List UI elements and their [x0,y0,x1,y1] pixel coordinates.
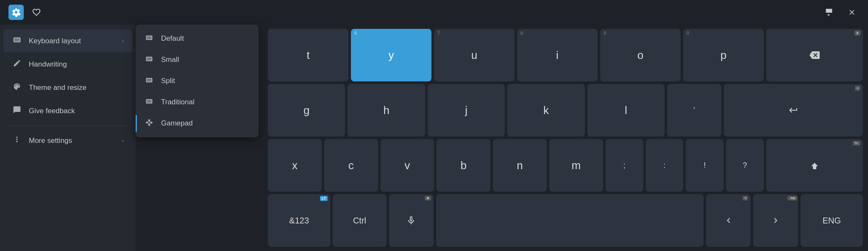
key-i-label: i [556,49,559,62]
keyboard-area: t 6 y 7 u 8 i 9 o 0 p X [263,25,868,251]
sidebar-divider [8,126,127,126]
more-settings-icon [12,135,22,146]
key-enter[interactable]: ≡ [724,84,863,137]
sidebar-item-more-settings-label: More settings [29,137,72,145]
keyboard-layout-arrow: › [122,38,124,44]
settings-button[interactable] [8,5,24,20]
key-o[interactable]: 9 o [600,29,681,81]
sidebar-item-handwriting-label: Handwriting [29,60,67,69]
key-mic[interactable]: ⊕ [389,194,434,247]
key-num-symbols[interactable]: LT &123 [268,194,330,247]
submenu-item-small[interactable]: Small [136,49,259,70]
top-bar [0,0,868,25]
key-ctrl-label: Ctrl [353,216,366,226]
key-l[interactable]: l [587,84,665,137]
key-m[interactable]: m [549,139,603,192]
key-k[interactable]: k [507,84,584,137]
key-k-label: k [543,104,549,117]
key-o-num: 9 [604,31,606,36]
key-m-label: m [572,159,581,172]
minimize-keyboard-button[interactable] [821,5,837,20]
key-row-2: g h j k l ' ≡ [268,84,863,137]
submenu-item-small-label: Small [161,56,179,64]
key-x-label: x [292,159,298,172]
key-y-label: y [389,49,394,62]
split-layout-icon [144,76,154,86]
key-p-label: p [721,49,726,62]
key-v-label: v [404,159,410,172]
shift-badge: TL [853,141,860,145]
key-p[interactable]: 0 p [683,29,764,81]
key-question[interactable]: ? [726,139,764,192]
sidebar-item-keyboard-layout-label: Keyboard layout [29,37,81,45]
key-l-label: l [625,104,627,117]
key-comma[interactable]: ' [667,84,721,137]
key-ctrl[interactable]: Ctrl [333,194,386,247]
key-x[interactable]: x [268,139,322,192]
key-colon[interactable]: : [646,139,684,192]
key-n-label: n [517,159,523,172]
key-shift[interactable]: TL [766,139,863,192]
key-g[interactable]: g [268,84,345,137]
key-y[interactable]: 6 y [351,29,431,81]
key-t[interactable]: t [268,29,348,81]
key-exclaim[interactable]: ! [686,139,723,192]
key-u-label: u [471,49,477,62]
submenu: Default Small Split Traditional Gamepad [136,25,259,137]
submenu-item-traditional[interactable]: Traditional [136,92,259,113]
key-right-arrow[interactable]: LB RB [753,194,798,247]
submenu-item-gamepad[interactable]: Gamepad [136,113,259,134]
submenu-item-gamepad-label: Gamepad [161,119,193,128]
sidebar-item-more-settings[interactable]: More settings › [3,129,132,152]
key-b[interactable]: b [437,139,490,192]
give-feedback-icon [12,106,22,116]
key-c[interactable]: c [324,139,378,192]
key-num-label: &123 [289,216,309,226]
key-o-label: o [637,49,643,62]
key-backspace[interactable]: X [766,29,863,81]
sidebar-item-handwriting[interactable]: Handwriting [3,53,132,75]
submenu-item-split-label: Split [161,77,175,85]
key-question-label: ? [743,161,747,170]
key-row-3: x c v b n m ; : ! ? TL [268,139,863,192]
mic-badge: ⊕ [425,196,431,201]
traditional-layout-icon [144,98,154,107]
submenu-item-default-label: Default [161,34,184,43]
more-settings-arrow: › [122,137,124,144]
key-rows: t 6 y 7 u 8 i 9 o 0 p X [268,29,863,247]
sidebar-item-keyboard-layout[interactable]: Keyboard layout › [3,30,132,52]
key-space[interactable] [436,194,704,247]
top-bar-right [821,5,860,20]
keyboard-layout-icon [12,36,22,46]
key-language[interactable]: ENG [801,194,863,247]
key-h[interactable]: h [348,84,425,137]
key-h-label: h [383,104,389,117]
handwriting-icon [12,59,22,70]
submenu-item-traditional-label: Traditional [161,98,195,106]
key-v[interactable]: v [381,139,434,192]
key-semicolon[interactable]: ; [606,139,643,192]
key-n[interactable]: n [493,139,547,192]
submenu-item-default[interactable]: Default [136,28,259,49]
sidebar-item-give-feedback[interactable]: Give feedback [3,100,132,122]
key-j-label: j [465,104,467,117]
sidebar-item-give-feedback-label: Give feedback [29,107,75,115]
theme-resize-icon [12,82,22,93]
key-g-label: g [303,104,309,117]
small-layout-icon [144,55,154,64]
key-row-1: t 6 y 7 u 8 i 9 o 0 p X [268,29,863,81]
favorites-button[interactable] [29,5,44,20]
sidebar: Keyboard layout › Handwriting Theme and … [0,25,136,251]
gamepad-layout-icon [144,119,154,128]
key-colon-label: : [663,161,665,170]
close-button[interactable] [844,5,860,20]
key-j[interactable]: j [428,84,505,137]
key-i-num: 8 [520,31,523,36]
key-left-arrow[interactable]: Y [706,194,751,247]
key-i[interactable]: 8 i [517,29,598,81]
sidebar-item-theme-resize[interactable]: Theme and resize [3,76,132,99]
key-u[interactable]: 7 u [434,29,515,81]
key-b-label: b [461,159,467,172]
enter-badge: ≡ [855,86,860,91]
submenu-item-split[interactable]: Split [136,70,259,92]
